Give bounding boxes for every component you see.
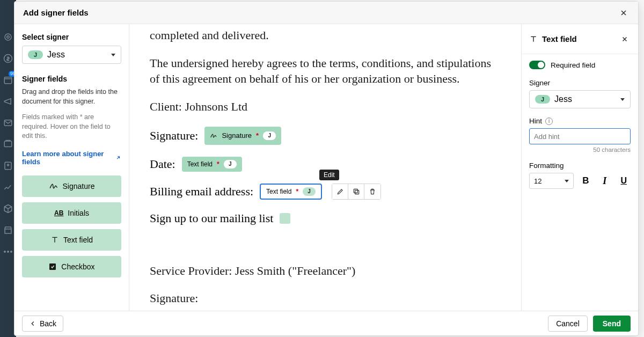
fields-description: Drag and drop the fields into the docume… [22,87,121,106]
placed-billing-field-selected[interactable]: Text field * J [260,184,322,200]
megaphone-icon[interactable] [3,97,13,106]
svg-rect-13 [354,189,357,193]
formatting-label: Formatting [529,162,631,170]
italic-button[interactable]: I [598,173,611,188]
panel-title: Text field [542,34,577,43]
signature2-label: Signature: [150,290,501,306]
signer-name: Jess [554,94,572,104]
modal-title: Add signer fields [23,8,89,17]
projects-icon[interactable] [3,140,13,149]
doc-paragraph: The undersigned hereby agrees to the ter… [150,55,501,87]
close-icon[interactable] [618,7,630,19]
svg-rect-3 [4,77,12,84]
select-signer-dropdown[interactable]: J Jess [22,46,121,64]
hint-input[interactable] [529,128,631,144]
placed-checkbox-field[interactable] [280,213,290,224]
dollar-icon[interactable] [3,54,13,63]
box-icon[interactable] [3,204,13,214]
duplicate-field-button[interactable] [348,184,364,199]
field-properties-panel: Text field Required field Signer J Jess [521,24,638,311]
font-size-dropdown[interactable]: 12 [529,173,574,189]
add-signer-fields-modal: Add signer fields Select signer J Jess S… [14,1,639,336]
close-panel-icon[interactable] [619,33,631,45]
hint-label: Hint [529,117,542,125]
svg-point-8 [4,251,6,253]
sidebar: Select signer J Jess Signer fields Drag … [14,24,129,311]
signature-label: Signature: [150,129,198,143]
mailing-label: Sign up to our mailing list [150,211,273,225]
modal-footer: Back Cancel Send [14,311,638,335]
required-label: Required field [551,61,595,69]
calendar-icon[interactable]: 99 [3,75,13,85]
svg-rect-12 [355,190,358,194]
required-note: Fields marked with * are required. Hover… [22,113,121,141]
draggable-signature-field[interactable]: Signature [22,175,121,197]
chevron-down-icon [111,54,115,56]
cancel-button[interactable]: Cancel [548,316,588,332]
signer-avatar: J [28,50,43,59]
select-signer-heading: Select signer [22,33,121,41]
text-field-icon [529,35,538,43]
chevron-down-icon [620,98,625,101]
modal-header: Add signer fields [14,2,638,24]
field-action-bar [332,184,381,200]
send-button[interactable]: Send [593,316,631,332]
edit-tooltip: Edit [319,170,339,180]
provider-line: Service Provider: Jess Smith ("Freelance… [150,263,501,279]
back-button[interactable]: Back [22,316,63,332]
svg-point-0 [5,34,11,40]
billing-label: Billing email address: [150,185,253,199]
delete-field-button[interactable] [364,184,380,199]
placed-date-field[interactable]: Text field * J [182,157,242,172]
svg-point-9 [8,251,9,253]
client-line: Client: Johnsons Ltd [150,99,501,115]
more-icon[interactable] [3,247,13,257]
draggable-text-field[interactable]: Text field [22,229,121,251]
mail-icon[interactable] [3,118,13,128]
svg-point-1 [7,36,10,39]
signer-fields-heading: Signer fields [22,75,121,83]
signer-name: Jess [47,50,65,60]
chart-icon[interactable] [3,182,13,192]
placed-signature-field[interactable]: Signature * J [204,127,281,145]
panel-signer-dropdown[interactable]: J Jess [529,90,631,108]
bold-button[interactable]: B [579,173,592,188]
underline-button[interactable]: U [617,173,631,188]
draggable-initials-field[interactable]: AB Initials [22,202,121,224]
learn-more-link[interactable]: Learn more about signer fields [22,150,121,166]
doc-paragraph: completed and delivered. [150,27,501,43]
signer-label: Signer [529,79,631,87]
svg-point-10 [11,251,12,253]
draggable-checkbox-field[interactable]: Checkbox [22,256,121,277]
edit-field-button[interactable] [332,184,348,199]
store-icon[interactable] [3,225,13,235]
contacts-icon[interactable] [3,161,13,171]
document-canvas[interactable]: completed and delivered. The undersigned… [129,24,521,311]
svg-rect-5 [4,141,12,147]
chevron-down-icon [565,180,569,182]
info-icon[interactable]: i [545,118,553,125]
char-count: 50 characters [529,146,631,153]
signer-avatar: J [535,95,550,104]
svg-point-7 [8,164,9,166]
required-toggle[interactable] [529,61,545,69]
date-label: Date: [150,157,175,171]
target-icon[interactable] [3,32,13,42]
